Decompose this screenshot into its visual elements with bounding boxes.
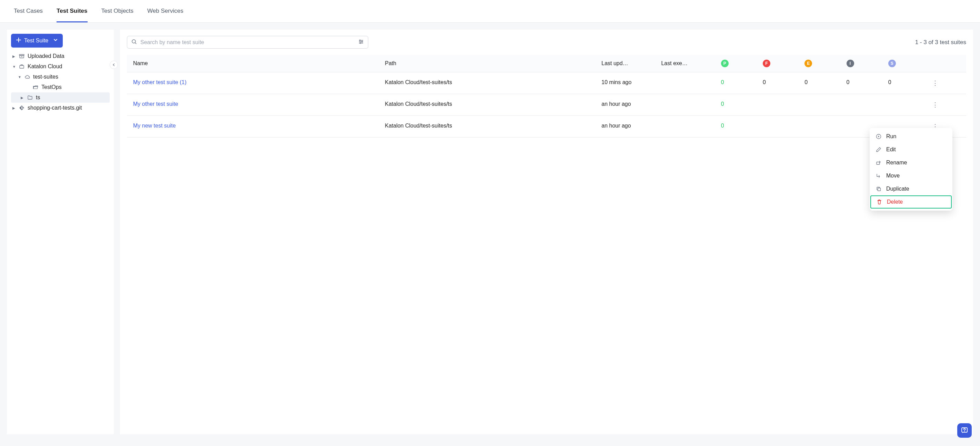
menu-rename[interactable]: Rename — [870, 156, 952, 169]
tree-item-ts[interactable]: ▶ ts — [11, 92, 110, 103]
row-menu-button[interactable]: ⋮ — [930, 101, 940, 109]
cell-skipped: 0 — [884, 72, 926, 94]
cell-error — [800, 116, 842, 138]
briefcase-icon — [19, 63, 25, 70]
svg-rect-2 — [20, 65, 24, 68]
row-menu-button[interactable]: ⋮ — [930, 79, 940, 87]
cell-last-upd: an hour ago — [597, 94, 657, 116]
row-context-menu: Run Edit Rename Move — [870, 128, 952, 211]
col-passed[interactable]: P — [717, 55, 759, 72]
caret-right-icon: ▶ — [13, 54, 16, 58]
top-tabs: Test Cases Test Suites Test Objects Web … — [0, 0, 980, 23]
suite-link[interactable]: My other test suite (1) — [133, 79, 186, 85]
tree-label: Uploaded Data — [28, 53, 64, 59]
caret-right-icon: ▶ — [21, 96, 24, 100]
chevron-down-icon — [53, 38, 58, 44]
cell-path: Katalon Cloud/test-suites/ts — [381, 94, 597, 116]
tree-item-testops[interactable]: TestOps — [11, 82, 110, 92]
col-incomplete[interactable]: I — [842, 55, 884, 72]
cell-last-exe — [657, 72, 717, 94]
folder-open-icon — [32, 84, 39, 90]
cell-skipped — [884, 94, 926, 116]
tab-test-suites[interactable]: Test Suites — [57, 0, 87, 22]
error-icon: E — [805, 60, 812, 67]
col-error[interactable]: E — [800, 55, 842, 72]
menu-run[interactable]: Run — [870, 130, 952, 143]
tree-item-test-suites[interactable]: ▼ test-suites — [11, 72, 110, 82]
test-suites-table: Name Path Last upd… Last exe… P F E I S … — [127, 55, 966, 138]
incomplete-icon: I — [846, 60, 854, 67]
cell-path: Katalon Cloud/test-suites/ts — [381, 116, 597, 138]
menu-move[interactable]: Move — [870, 169, 952, 183]
archive-icon — [19, 53, 25, 59]
tree-item-katalon-cloud[interactable]: ▼ Katalon Cloud — [11, 61, 110, 72]
tab-web-services[interactable]: Web Services — [147, 0, 183, 22]
folder-icon — [27, 94, 33, 101]
cell-passed: 0 — [721, 123, 724, 129]
menu-delete[interactable]: Delete — [870, 195, 952, 208]
svg-point-4 — [360, 40, 361, 41]
new-test-suite-button[interactable]: Test Suite — [11, 34, 63, 48]
cell-path: Katalon Cloud/test-suites/ts — [381, 72, 597, 94]
caret-down-icon: ▼ — [13, 65, 16, 68]
button-label: Test Suite — [24, 38, 48, 44]
failed-icon: F — [763, 60, 770, 67]
menu-label: Delete — [887, 199, 903, 205]
cell-passed: 0 — [721, 79, 724, 85]
col-path[interactable]: Path — [381, 55, 597, 72]
tab-test-cases[interactable]: Test Cases — [14, 0, 43, 22]
cell-last-exe — [657, 116, 717, 138]
cell-error — [800, 94, 842, 116]
skipped-icon: S — [888, 60, 896, 67]
tree-label: TestOps — [41, 84, 62, 90]
col-last-exe[interactable]: Last exe… — [657, 55, 717, 72]
suite-link[interactable]: My other test suite — [133, 101, 178, 107]
cell-passed: 0 — [721, 101, 724, 107]
search-input[interactable] — [140, 39, 355, 46]
col-skipped[interactable]: S — [884, 55, 926, 72]
tree-label: test-suites — [33, 74, 58, 80]
col-name[interactable]: Name — [127, 55, 381, 72]
caret-down-icon: ▼ — [18, 75, 21, 79]
cell-last-upd: 10 mins ago — [597, 72, 657, 94]
menu-label: Run — [886, 133, 896, 140]
svg-rect-10 — [878, 188, 881, 191]
menu-edit[interactable]: Edit — [870, 143, 952, 156]
tree-label: ts — [36, 94, 40, 101]
menu-duplicate[interactable]: Duplicate — [870, 183, 952, 195]
passed-icon: P — [721, 60, 729, 67]
tree-label: shopping-cart-tests.git — [28, 105, 82, 111]
caret-right-icon: ▶ — [13, 106, 16, 110]
menu-label: Move — [886, 173, 900, 179]
git-icon — [19, 105, 25, 111]
table-row: My new test suite Katalon Cloud/test-sui… — [127, 116, 966, 138]
table-row: My other test suite (1) Katalon Cloud/te… — [127, 72, 966, 94]
search-icon — [131, 39, 137, 46]
tab-test-objects[interactable]: Test Objects — [101, 0, 134, 22]
suite-link[interactable]: My new test suite — [133, 123, 176, 129]
result-count: 1 - 3 of 3 test suites — [915, 39, 966, 46]
menu-label: Rename — [886, 160, 907, 166]
col-actions — [926, 55, 966, 72]
svg-point-5 — [362, 41, 363, 42]
content-panel: 1 - 3 of 3 test suites Name Path Last up… — [120, 30, 973, 434]
cell-last-exe — [657, 94, 717, 116]
search-box[interactable] — [127, 36, 368, 49]
cell-error: 0 — [800, 72, 842, 94]
tree-item-uploaded-data[interactable]: ▶ Uploaded Data — [11, 51, 110, 61]
col-failed[interactable]: F — [759, 55, 800, 72]
sidebar-collapse-button[interactable] — [110, 61, 118, 69]
help-button[interactable] — [957, 423, 972, 438]
cell-last-upd: an hour ago — [597, 116, 657, 138]
plus-icon — [16, 37, 21, 44]
filter-icon[interactable] — [358, 39, 364, 46]
sidebar: Test Suite ▶ Uploaded Data ▼ Katalon Clo… — [7, 30, 114, 434]
menu-label: Edit — [886, 146, 896, 153]
cell-failed — [759, 94, 800, 116]
play-icon — [876, 134, 882, 139]
tree-item-shopping-cart[interactable]: ▶ shopping-cart-tests.git — [11, 103, 110, 113]
col-last-upd[interactable]: Last upd… — [597, 55, 657, 72]
cell-incomplete: 0 — [842, 72, 884, 94]
folder-tree: ▶ Uploaded Data ▼ Katalon Cloud ▼ test-s… — [11, 51, 110, 113]
main-layout: Test Suite ▶ Uploaded Data ▼ Katalon Clo… — [0, 23, 980, 446]
